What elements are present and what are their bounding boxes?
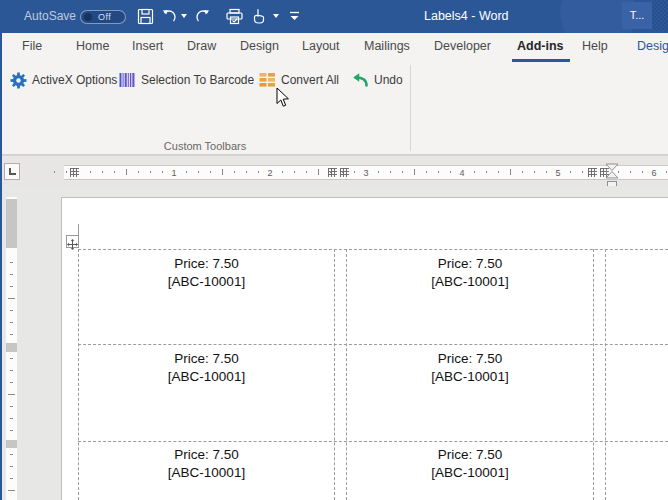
ruler-tick xyxy=(306,171,307,173)
tab-file[interactable]: File xyxy=(22,33,42,59)
ruler-tick xyxy=(10,286,13,287)
user-account-button[interactable]: T... xyxy=(622,2,652,29)
ruler-tick xyxy=(378,171,379,173)
table-column-border xyxy=(334,249,335,500)
ruler-tick xyxy=(10,382,13,383)
gear-icon xyxy=(10,72,27,89)
label-cell[interactable]: Price: 7.50 [ABC-10001] xyxy=(347,255,593,291)
label-price-line: Price: 7.50 xyxy=(79,350,334,368)
vruler-row-marker[interactable] xyxy=(6,343,17,352)
titlebar-pattern xyxy=(652,0,668,31)
tab-help[interactable]: Help xyxy=(582,33,608,59)
ruler-tick xyxy=(114,171,115,173)
label-cell[interactable]: Price: 7.50 [ABC-10001] xyxy=(347,446,593,482)
label-price-line: Price: 7.50 xyxy=(79,446,334,464)
autosave-toggle[interactable]: Off xyxy=(80,10,126,24)
ruler-tick xyxy=(510,169,511,175)
undo-icon[interactable] xyxy=(160,8,177,25)
label-price-line: Price: 7.50 xyxy=(347,255,593,273)
selection-to-barcode-button[interactable]: Selection To Barcode xyxy=(119,70,254,90)
word-window: AutoSave Off xyxy=(0,0,668,500)
ruler-tick xyxy=(402,171,403,173)
ruler-tick xyxy=(10,418,13,419)
barcode-icon xyxy=(119,72,136,88)
ruler-tick xyxy=(10,430,13,431)
undo-custom-button[interactable]: Undo xyxy=(351,70,403,90)
ruler-tick xyxy=(258,171,259,173)
label-cell[interactable]: Price: 7.50 [ABC-10001] xyxy=(79,350,334,386)
ruler-tick xyxy=(450,171,451,173)
tab-developer[interactable]: Developer xyxy=(434,33,491,59)
autosave-state: Off xyxy=(98,12,111,22)
ruler-tick xyxy=(8,298,15,299)
ruler-number: 5 xyxy=(552,168,564,178)
ruler-tick xyxy=(10,310,13,311)
ruler-tick xyxy=(10,334,13,335)
tab-layout[interactable]: Layout xyxy=(302,33,340,59)
tab-insert[interactable]: Insert xyxy=(132,33,163,59)
title-bar: AutoSave Off xyxy=(0,0,668,33)
table-column-marker[interactable] xyxy=(70,168,79,177)
ruler-tick xyxy=(486,171,487,173)
ruler-tick xyxy=(222,169,223,175)
table-row-border xyxy=(78,441,668,442)
table-column-marker[interactable] xyxy=(588,168,597,177)
tab-stop-selector[interactable] xyxy=(4,163,20,180)
customize-qat-icon[interactable] xyxy=(289,11,300,22)
ruler-number: 4 xyxy=(456,168,468,178)
vruler-row-marker[interactable] xyxy=(6,440,17,448)
ruler-number: 2 xyxy=(264,168,276,178)
tab-draw[interactable]: Draw xyxy=(187,33,216,59)
print-preview-icon[interactable] xyxy=(225,8,244,25)
autosave-label: AutoSave xyxy=(24,0,76,33)
redo-icon[interactable] xyxy=(195,8,212,25)
label-sku-line: [ABC-10001] xyxy=(79,464,334,482)
ruler-number: 1 xyxy=(168,168,180,178)
ruler-tick xyxy=(522,171,523,173)
tab-add-ins[interactable]: Add-ins xyxy=(517,33,564,59)
ruler-tick xyxy=(10,262,13,263)
undo-dropdown-icon[interactable] xyxy=(181,14,187,18)
label-price-line: Price: 7.50 xyxy=(347,446,593,464)
ruler-tick xyxy=(498,171,499,173)
active-tab-underline xyxy=(512,59,570,62)
undo-custom-label: Undo xyxy=(374,73,403,87)
touch-mode-dropdown-icon[interactable] xyxy=(273,14,279,18)
ruler-tick xyxy=(546,171,547,173)
ribbon-group-label: Custom Toolbars xyxy=(0,140,410,152)
ruler-tick xyxy=(630,171,631,173)
tab-home[interactable]: Home xyxy=(76,33,109,59)
activex-options-button[interactable]: ActiveX Options xyxy=(10,70,117,90)
ruler-tick xyxy=(438,171,439,173)
label-cell[interactable]: Price: 7.50 [ABC-10001] xyxy=(347,350,593,386)
ruler-tick xyxy=(66,171,67,173)
label-cell[interactable]: Price: 7.50 [ABC-10001] xyxy=(79,446,334,482)
tab-design[interactable]: Design xyxy=(240,33,279,59)
label-sku-line: [ABC-10001] xyxy=(79,368,334,386)
ruler-tick xyxy=(198,171,199,173)
ruler-tick xyxy=(246,171,247,173)
save-icon[interactable] xyxy=(137,8,154,25)
vertical-ruler[interactable] xyxy=(6,197,17,500)
table-move-handle[interactable] xyxy=(66,235,79,248)
ruler-tick xyxy=(54,171,55,173)
ruler-tick xyxy=(126,169,127,175)
label-cell[interactable]: Price: 7.50 [ABC-10001] xyxy=(79,255,334,291)
indent-markers-icon[interactable] xyxy=(605,163,619,179)
touch-mode-icon[interactable] xyxy=(251,8,268,25)
tab-mailings[interactable]: Mailings xyxy=(364,33,410,59)
convert-all-button[interactable]: Convert All xyxy=(259,70,339,90)
ruler-tick xyxy=(8,490,15,491)
ruler-tick xyxy=(10,478,13,479)
ruler-tick xyxy=(642,171,643,173)
label-sku-line: [ABC-10001] xyxy=(347,273,593,291)
ruler-tick xyxy=(10,406,13,407)
label-sku-line: [ABC-10001] xyxy=(79,273,334,291)
window-left-border xyxy=(0,33,2,500)
tab-table-design[interactable]: Design xyxy=(637,33,668,59)
ruler-tick xyxy=(138,171,139,173)
activex-options-label: ActiveX Options xyxy=(32,73,117,87)
label-sku-line: [ABC-10001] xyxy=(347,368,593,386)
ruler-tick xyxy=(390,171,391,173)
ruler-tick xyxy=(594,171,595,173)
